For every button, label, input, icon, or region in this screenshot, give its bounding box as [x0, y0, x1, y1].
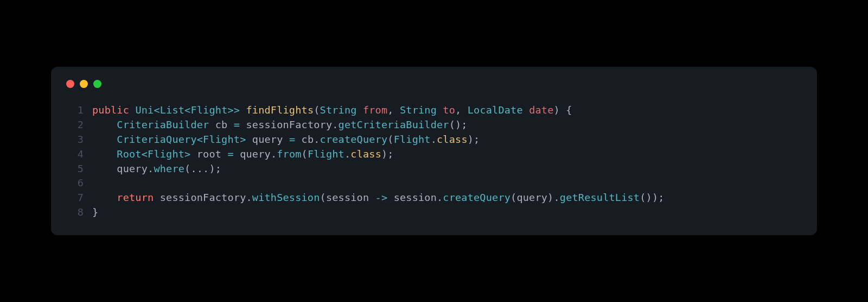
- code-token: Uni: [135, 104, 154, 116]
- code-token: query: [252, 134, 283, 145]
- code-token: .: [437, 192, 443, 203]
- code-token: [92, 119, 117, 130]
- code-block: 1public Uni<List<Flight>> findFlights(St…: [66, 103, 802, 220]
- code-token: (...);: [184, 163, 221, 174]
- code-token: >: [184, 148, 190, 160]
- code-token: [234, 148, 240, 160]
- code-token: query: [240, 148, 271, 160]
- code-token: (: [320, 192, 326, 203]
- line-number: 8: [66, 205, 84, 220]
- code-token: .: [314, 134, 320, 145]
- code-line: 7 return sessionFactory.withSession(sess…: [66, 191, 802, 205]
- code-token: [240, 119, 246, 130]
- code-token: .: [246, 192, 252, 203]
- code-token: ();: [449, 119, 468, 130]
- code-token: LocalDate: [468, 104, 523, 116]
- code-line: 6: [66, 176, 802, 191]
- code-token: Flight: [148, 148, 184, 160]
- code-token: ());: [640, 192, 664, 203]
- code-token: CriteriaQuery: [117, 134, 196, 145]
- line-number: 5: [66, 162, 84, 177]
- line-content: CriteriaBuilder cb = sessionFactory.getC…: [92, 118, 468, 133]
- code-token: withSession: [252, 192, 320, 203]
- code-token: to: [443, 104, 455, 116]
- code-token: <: [154, 104, 159, 116]
- minimize-dot-icon[interactable]: [80, 80, 88, 88]
- code-token: [209, 119, 215, 130]
- code-token: from: [363, 104, 387, 116]
- code-window: 1public Uni<List<Flight>> findFlights(St…: [51, 67, 817, 235]
- window-titlebar: [66, 80, 802, 88]
- code-token: getResultList: [560, 192, 640, 203]
- code-token: =: [234, 119, 240, 130]
- line-content: }: [92, 205, 98, 220]
- code-token: [92, 192, 117, 203]
- line-number: 1: [66, 103, 84, 118]
- code-token: <: [142, 148, 148, 160]
- code-token: );: [468, 134, 480, 145]
- code-token: (: [387, 134, 393, 145]
- code-token: cb: [215, 119, 228, 130]
- code-token: findFlights: [246, 104, 314, 116]
- code-token: [295, 134, 301, 145]
- code-token: sessionFactory: [246, 119, 333, 130]
- maximize-dot-icon[interactable]: [93, 80, 101, 88]
- code-token: ) {: [553, 104, 572, 116]
- code-token: ).: [547, 192, 560, 203]
- line-number: 6: [66, 176, 84, 191]
- code-token: class: [350, 148, 381, 160]
- code-token: [523, 104, 529, 116]
- code-token: class: [437, 134, 468, 145]
- code-token: List: [160, 104, 184, 116]
- code-token: >: [240, 134, 246, 145]
- code-token: <: [184, 104, 190, 116]
- code-token: session: [394, 192, 437, 203]
- line-content: return sessionFactory.withSession(sessio…: [92, 191, 665, 205]
- code-token: (: [302, 148, 308, 160]
- code-token: [221, 148, 227, 160]
- code-token: createQuery: [320, 134, 388, 145]
- close-dot-icon[interactable]: [66, 80, 74, 88]
- code-token: Flight: [190, 104, 227, 116]
- code-line: 3 CriteriaQuery<Flight> query = cb.creat…: [66, 133, 802, 147]
- code-token: >>: [227, 104, 240, 116]
- code-token: Flight: [308, 148, 344, 160]
- code-token: [369, 192, 375, 203]
- code-token: [283, 134, 289, 145]
- line-content: Root<Flight> root = query.from(Flight.cl…: [92, 147, 394, 162]
- code-token: .: [431, 134, 437, 145]
- code-token: [437, 104, 443, 116]
- line-number: 7: [66, 191, 84, 205]
- code-token: Root: [117, 148, 141, 160]
- code-token: query: [117, 163, 148, 174]
- code-token: [154, 192, 159, 203]
- line-content: public Uni<List<Flight>> findFlights(Str…: [92, 103, 572, 118]
- code-token: getCriteriaBuilder: [339, 119, 449, 130]
- line-number: 2: [66, 118, 84, 133]
- code-line: 4 Root<Flight> root = query.from(Flight.…: [66, 147, 802, 162]
- code-token: (: [510, 192, 516, 203]
- code-token: sessionFactory: [160, 192, 246, 203]
- code-token: Flight: [394, 134, 431, 145]
- code-token: .: [271, 148, 277, 160]
- code-token: [92, 148, 117, 160]
- code-token: );: [381, 148, 394, 160]
- code-line: 5 query.where(...);: [66, 162, 802, 177]
- code-token: }: [92, 206, 98, 218]
- code-token: return: [117, 192, 154, 203]
- code-token: Flight: [203, 134, 240, 145]
- code-token: [129, 104, 135, 116]
- code-token: [190, 148, 196, 160]
- code-token: ,: [455, 104, 468, 116]
- code-token: query: [516, 192, 547, 203]
- code-token: ,: [387, 104, 400, 116]
- code-token: from: [277, 148, 301, 160]
- code-token: .: [332, 119, 338, 130]
- code-token: =: [289, 134, 295, 145]
- code-line: 1public Uni<List<Flight>> findFlights(St…: [66, 103, 802, 118]
- code-token: date: [529, 104, 553, 116]
- code-token: .: [344, 148, 350, 160]
- code-token: session: [326, 192, 369, 203]
- code-token: [387, 192, 393, 203]
- line-number: 4: [66, 147, 84, 162]
